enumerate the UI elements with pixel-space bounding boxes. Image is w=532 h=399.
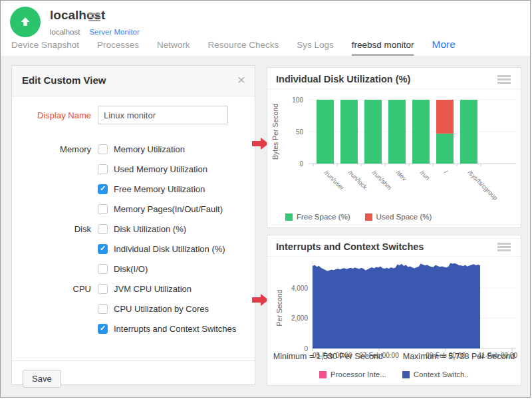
- svg-text:/: /: [443, 169, 450, 176]
- svg-text:4,000: 4,000: [291, 285, 308, 292]
- save-button[interactable]: Save: [23, 370, 61, 388]
- group-label: Disk: [12, 224, 91, 234]
- checkbox-memory-pages-in-out-fault[interactable]: [98, 204, 108, 214]
- option-label: Disk(I/O): [114, 264, 148, 274]
- option-row-disk-i-o: Disk(I/O): [12, 259, 255, 279]
- option-label: CPU Utilization by Cores: [114, 304, 209, 314]
- svg-text:/run/user: /run/user: [323, 169, 346, 192]
- option-row-cpu-utilization-by-cores: CPU Utilization by Cores: [12, 299, 255, 319]
- option-row-free-memory-utilization: Free Memory Utilization: [12, 179, 255, 199]
- svg-text:/sys/fs/cgroup: /sys/fs/cgroup: [467, 169, 499, 201]
- app-header: localhost localhostServer Monitor Device…: [1, 1, 530, 56]
- checkbox-memory-utilization[interactable]: [98, 144, 108, 154]
- hamburger-icon[interactable]: [497, 75, 511, 85]
- chart-title: Interrupts and Context Switches: [276, 241, 424, 252]
- interrupts-panel: Interrupts and Context Switches 02,0004,…: [267, 235, 521, 386]
- up-arrow-icon: [19, 15, 32, 29]
- legend-item-used-space[interactable]: Used Space (%): [365, 213, 432, 221]
- monitor-status-icon: [10, 7, 41, 37]
- checkbox-free-memory-utilization[interactable]: [98, 184, 108, 194]
- disk-utilization-panel: Individual Disk Utilization (%) 050100By…: [267, 67, 521, 228]
- checkbox-cpu-utilization-by-cores[interactable]: [98, 304, 108, 314]
- svg-text:/run/lock: /run/lock: [347, 169, 369, 191]
- disk-utilization-chart: 050100Bytes Per Second/run/user/run/lock…: [267, 92, 522, 206]
- legend-swatch: [402, 371, 410, 378]
- tab-freebsd-monitor[interactable]: freebsd monitor: [352, 40, 414, 56]
- svg-text:Bytes Per Second: Bytes Per Second: [271, 104, 279, 160]
- tab-more[interactable]: More: [432, 39, 455, 56]
- option-row-jvm-cpu-utilization: CPUJVM CPU Utilization: [12, 279, 255, 299]
- svg-text:100: 100: [292, 96, 303, 104]
- option-label: Free Memory Utilization: [114, 184, 205, 194]
- option-label: Memory Pages(In/Out/Fault): [114, 204, 223, 214]
- option-row-memory-utilization: MemoryMemory Utilization: [12, 139, 255, 159]
- metric-option-list: MemoryMemory UtilizationUsed Memory Util…: [12, 139, 255, 338]
- svg-text:/dev: /dev: [395, 169, 409, 183]
- edit-custom-view-dialog: Edit Custom View × Display Name MemoryMe…: [11, 65, 255, 385]
- minimum-value: Minimum = 1,530 Per Second: [273, 352, 383, 361]
- svg-text:0: 0: [304, 345, 308, 352]
- main-area: Edit Custom View × Display Name MemoryMe…: [1, 56, 530, 398]
- legend-item-context-switch[interactable]: Context Switch..: [402, 370, 469, 378]
- tab-resource-checks[interactable]: Resource Checks: [208, 40, 279, 56]
- chart-title: Individual Disk Utilization (%): [276, 74, 410, 84]
- panel-header: Interrupts and Context Switches: [267, 235, 521, 257]
- legend-swatch: [285, 213, 293, 221]
- option-row-disk-utilization: DiskDisk Utilization (%): [12, 219, 255, 239]
- option-row-interrupts-and-context-switches: Interrupts and Context Switches: [12, 319, 255, 338]
- option-label: Disk Utilization (%): [114, 224, 186, 234]
- tab-bar: Device SnapshotProcessesNetworkResource …: [11, 35, 456, 56]
- option-row-memory-pages-in-out-fault: Memory Pages(In/Out/Fault): [12, 199, 255, 219]
- minmax-row: Minimum = 1,530 Per Second Maximum = 5,7…: [267, 352, 521, 361]
- option-label: Used Memory Utilization: [114, 164, 207, 174]
- option-row-individual-disk-utilization: Individual Disk Utilization (%): [12, 239, 255, 259]
- dialog-footer: Save: [12, 360, 255, 388]
- legend-swatch: [365, 213, 372, 221]
- option-row-used-memory-utilization: Used Memory Utilization: [12, 159, 255, 179]
- checkbox-interrupts-and-context-switches[interactable]: [98, 324, 108, 334]
- tab-network[interactable]: Network: [157, 40, 190, 56]
- legend-item-processor-inte[interactable]: Processor Inte...: [319, 370, 386, 378]
- chart-legend: Processor Inte...Context Switch..: [267, 370, 521, 378]
- panel-header: Individual Disk Utilization (%): [267, 68, 521, 89]
- svg-text:2,000: 2,000: [291, 315, 308, 322]
- app-window: localhost localhostServer Monitor Device…: [0, 0, 531, 398]
- legend-label: Processor Inte...: [331, 370, 386, 378]
- chart-legend: Free Space (%)Used Space (%): [285, 213, 432, 221]
- legend-label: Used Space (%): [376, 213, 432, 221]
- hamburger-icon[interactable]: [88, 11, 100, 23]
- option-label: JVM CPU Utilization: [114, 284, 192, 294]
- maximum-value: Maximum = 5,728 Per Second: [403, 352, 515, 361]
- tab-processes[interactable]: Processes: [97, 40, 139, 56]
- option-label: Memory Utilization: [114, 144, 185, 154]
- legend-swatch: [319, 371, 327, 378]
- close-icon[interactable]: ×: [237, 72, 245, 86]
- dialog-title: Edit Custom View: [22, 74, 106, 86]
- display-name-label: Display Name: [12, 110, 91, 120]
- option-label: Interrupts and Context Switches: [114, 324, 236, 334]
- interrupts-chart: 02,0004,000Per Second05-Feb 00:0007-Feb …: [267, 258, 522, 359]
- svg-text:/run/shm: /run/shm: [371, 169, 394, 192]
- checkbox-individual-disk-utilization[interactable]: [98, 244, 108, 254]
- checkbox-used-memory-utilization[interactable]: [98, 164, 108, 174]
- checkbox-disk-i-o[interactable]: [98, 264, 108, 274]
- svg-text:50: 50: [296, 128, 304, 136]
- group-label: CPU: [12, 284, 91, 294]
- display-name-row: Display Name: [12, 106, 255, 124]
- checkbox-jvm-cpu-utilization[interactable]: [98, 284, 108, 294]
- display-name-input[interactable]: [98, 106, 228, 124]
- tab-device-snapshot[interactable]: Device Snapshot: [11, 40, 79, 56]
- checkbox-disk-utilization[interactable]: [98, 224, 108, 234]
- legend-item-free-space[interactable]: Free Space (%): [285, 213, 350, 221]
- dialog-header: Edit Custom View ×: [12, 66, 255, 96]
- legend-label: Free Space (%): [297, 213, 350, 221]
- tab-sys-logs[interactable]: Sys Logs: [297, 40, 334, 56]
- hamburger-icon[interactable]: [497, 243, 511, 253]
- svg-text:/run: /run: [419, 169, 432, 182]
- svg-text:Per Second: Per Second: [275, 289, 283, 326]
- option-label: Individual Disk Utilization (%): [114, 244, 225, 254]
- group-label: Memory: [12, 144, 91, 154]
- legend-label: Context Switch..: [414, 370, 469, 378]
- svg-text:0: 0: [299, 160, 303, 168]
